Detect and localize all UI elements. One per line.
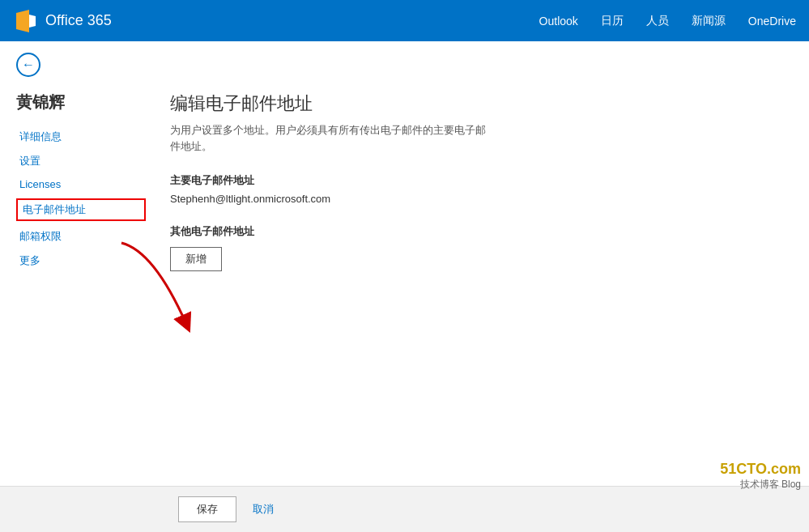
back-icon: ← (22, 57, 35, 72)
svg-marker-2 (29, 15, 36, 28)
bottom-bar: 保存 取消 (0, 486, 809, 532)
other-emails-label: 其他电子邮件地址 (170, 224, 769, 239)
content-area: 编辑电子邮件地址 为用户设置多个地址。用户必须具有所有传出电子邮件的主要电子邮件… (146, 83, 793, 279)
nav-calendar[interactable]: 日历 (601, 14, 624, 28)
page-title: 编辑电子邮件地址 (170, 92, 769, 116)
nav-onedrive[interactable]: OneDrive (748, 15, 796, 28)
nav-people[interactable]: 人员 (646, 14, 669, 28)
content-description: 为用户设置多个地址。用户必须具有所有传出电子邮件的主要电子邮件地址。 (170, 122, 486, 154)
header-nav: Outlook 日历 人员 新闻源 OneDrive (539, 14, 796, 28)
watermark-line1: 51CTO.com (720, 461, 801, 478)
sidebar-item-details[interactable]: 详细信息 (16, 128, 146, 146)
username: 黄锦辉 (16, 92, 146, 113)
save-button[interactable]: 保存 (178, 496, 236, 522)
sidebar-item-more[interactable]: 更多 (16, 252, 146, 270)
back-button[interactable]: ← (16, 53, 40, 77)
cancel-button[interactable]: 取消 (253, 502, 274, 517)
office-icon (13, 8, 39, 34)
sidebar-item-settings[interactable]: 设置 (16, 152, 146, 170)
logo[interactable]: Office 365 (13, 8, 112, 34)
sidebar-item-email[interactable]: 电子邮件地址 (16, 198, 146, 221)
primary-email-label: 主要电子邮件地址 (170, 173, 769, 188)
logo-text: Office 365 (45, 12, 112, 29)
sidebar: 黄锦辉 详细信息 设置 Licenses 电子邮件地址 邮箱权限 更多 (16, 83, 146, 279)
sidebar-item-mailbox[interactable]: 邮箱权限 (16, 228, 146, 245)
header: Office 365 Outlook 日历 人员 新闻源 OneDrive (0, 0, 809, 41)
watermark: 51CTO.com 技术博客 Blog (720, 461, 801, 492)
back-area: ← (0, 41, 809, 83)
nav-news[interactable]: 新闻源 (692, 14, 726, 28)
nav-outlook[interactable]: Outlook (539, 15, 578, 28)
sidebar-item-licenses[interactable]: Licenses (16, 177, 146, 192)
add-email-button[interactable]: 新增 (170, 247, 222, 271)
main-layout: 黄锦辉 详细信息 设置 Licenses 电子邮件地址 邮箱权限 更多 编辑电子… (0, 83, 809, 279)
svg-marker-1 (16, 10, 29, 32)
watermark-line2: 技术博客 Blog (720, 478, 801, 492)
primary-email-value: Stephenh@ltlight.onmicrosoft.com (170, 193, 769, 205)
